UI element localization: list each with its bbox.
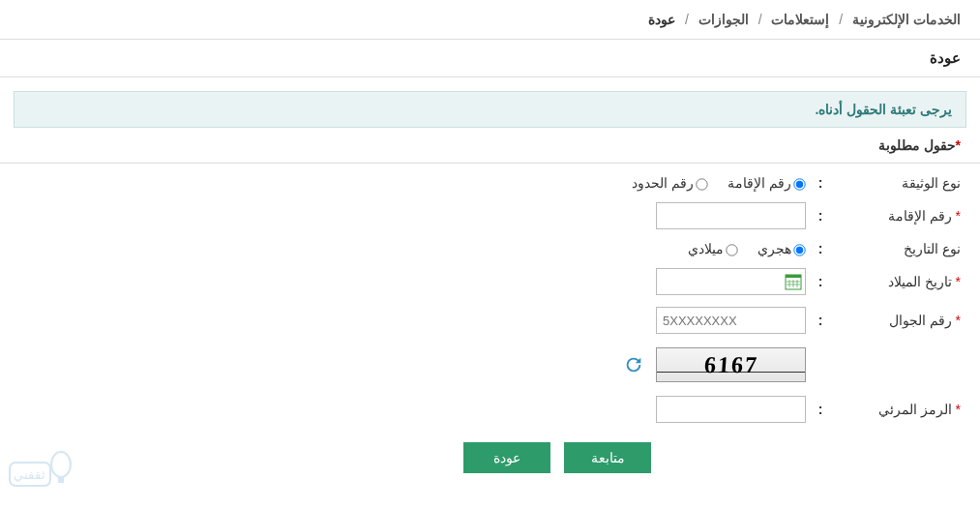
colon: : [806,274,835,289]
birth-date-input[interactable] [656,268,806,295]
radio-gregorian-input[interactable] [726,244,737,255]
breadcrumb-separator: / [839,12,843,27]
label-document-type: نوع الوثيقة [835,175,961,191]
label-birth-date: * تاريخ الميلاد [835,274,961,289]
breadcrumb: الخدمات الإلكترونية / إستعلامات / الجواز… [0,0,980,39]
continue-button[interactable]: متابعة [564,442,651,473]
colon: : [806,241,835,256]
refresh-icon[interactable] [623,354,644,375]
colon: : [806,313,835,328]
label-mobile: * رقم الجوال [835,313,961,328]
label-iqama-number: * رقم الإقامة [835,208,961,224]
breadcrumb-separator: / [758,12,762,27]
iqama-number-input[interactable] [656,202,806,229]
info-message: يرجى تعبئة الحقول أدناه. [14,91,966,128]
back-button[interactable]: عودة [463,442,550,473]
breadcrumb-item[interactable]: الخدمات الإلكترونية [852,12,961,27]
radio-hijri[interactable]: هجري [757,241,806,256]
radio-gregorian[interactable]: ميلادي [688,241,738,256]
captcha-input[interactable] [656,396,806,423]
radio-iqama[interactable]: رقم الإقامة [728,175,806,191]
required-fields-note: *حقول مطلوبة [0,128,980,164]
breadcrumb-separator: / [685,12,689,27]
colon: : [806,208,835,224]
document-type-group: رقم الإقامة رقم الحدود [614,175,806,191]
colon: : [806,402,835,417]
label-date-type: نوع التاريخ [835,241,961,256]
captcha-text: 6167 [703,352,759,378]
calendar-icon[interactable] [785,273,802,290]
form: نوع الوثيقة : رقم الإقامة رقم الحدود * ر… [0,164,980,506]
radio-border[interactable]: رقم الحدود [632,175,708,191]
colon: : [806,175,835,191]
panel-title: عودة [0,39,980,77]
breadcrumb-item[interactable]: إستعلامات [771,12,829,27]
radio-border-input[interactable] [696,178,707,190]
radio-iqama-input[interactable] [793,178,805,190]
required-star: * [956,137,961,153]
radio-hijri-input[interactable] [793,244,805,255]
svg-rect-1 [786,275,801,278]
captcha-image: 6167 [656,347,806,382]
label-captcha: * الرمز المرئي [835,402,961,417]
breadcrumb-current: عودة [648,12,675,27]
breadcrumb-item[interactable]: الجوازات [698,12,749,27]
date-type-group: هجري ميلادي [670,241,806,256]
mobile-input[interactable] [656,307,806,334]
